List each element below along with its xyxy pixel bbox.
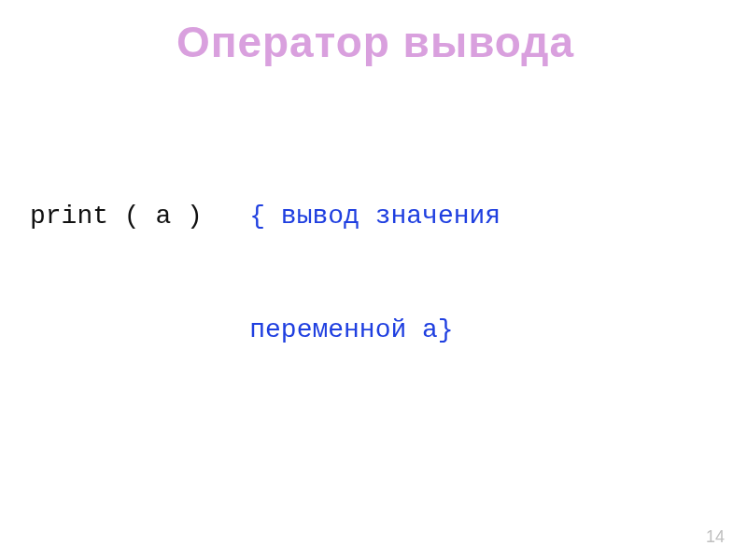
code-line-1: print ( a ) { вывод значения [30,198,721,236]
blank-1 [30,425,721,463]
page-number: 14 [706,527,725,547]
code-block: print ( a ) { вывод значения переменной … [30,84,721,560]
stmt-1a: print ( a ) [30,202,249,231]
slide-title: Оператор вывода [30,17,721,67]
comment-1a: { вывод значения [249,202,500,231]
slide-frame: Оператор вывода print ( a ) { вывод знач… [0,0,747,560]
comment-1b: переменной a} [30,312,721,350]
